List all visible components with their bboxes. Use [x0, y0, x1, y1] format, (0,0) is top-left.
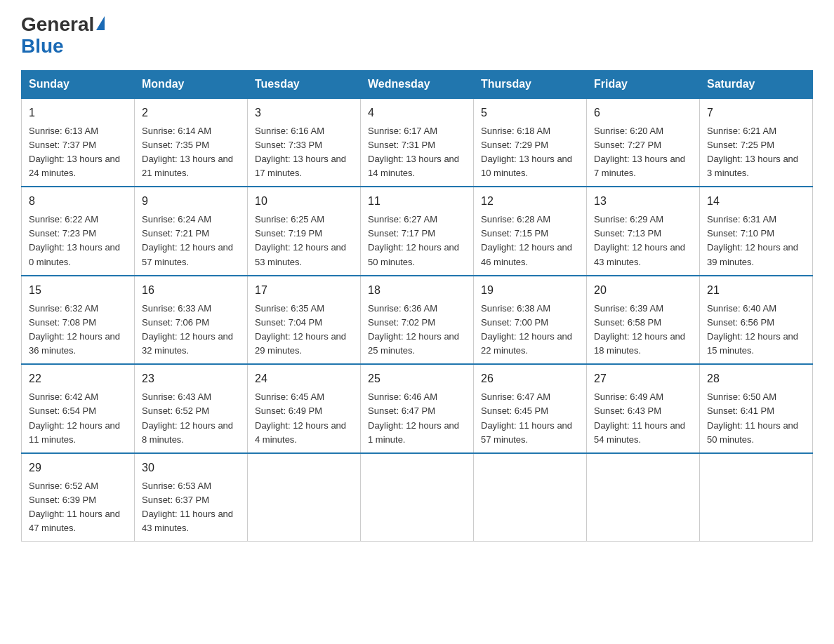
cell-week4-day3: 25Sunrise: 6:46 AMSunset: 6:47 PMDayligh… [361, 364, 474, 453]
day-number: 24 [255, 370, 353, 387]
logo-text-general: General [21, 14, 94, 36]
day-number: 2 [142, 105, 240, 121]
header-tuesday: Tuesday [248, 70, 361, 98]
day-number: 25 [368, 370, 466, 387]
week-row-5: 29Sunrise: 6:52 AMSunset: 6:39 PMDayligh… [22, 453, 813, 542]
day-info: Sunrise: 6:32 AMSunset: 7:08 PMDaylight:… [29, 303, 120, 356]
cell-week3-day1: 16Sunrise: 6:33 AMSunset: 7:06 PMDayligh… [135, 276, 248, 365]
cell-week3-day6: 21Sunrise: 6:40 AMSunset: 6:56 PMDayligh… [700, 276, 813, 365]
logo-triangle-icon [96, 16, 105, 30]
day-info: Sunrise: 6:13 AMSunset: 7:37 PMDaylight:… [29, 126, 120, 178]
day-info: Sunrise: 6:31 AMSunset: 7:10 PMDaylight:… [707, 214, 798, 267]
day-number: 16 [142, 282, 240, 299]
day-number: 3 [255, 105, 353, 121]
day-number: 12 [481, 193, 579, 210]
day-info: Sunrise: 6:47 AMSunset: 6:45 PMDaylight:… [481, 391, 572, 444]
cell-week2-day6: 14Sunrise: 6:31 AMSunset: 7:10 PMDayligh… [700, 187, 813, 276]
cell-week5-day6 [700, 453, 813, 542]
day-info: Sunrise: 6:20 AMSunset: 7:27 PMDaylight:… [594, 126, 685, 178]
day-number: 8 [29, 193, 127, 210]
cell-week1-day3: 4Sunrise: 6:17 AMSunset: 7:31 PMDaylight… [361, 98, 474, 187]
cell-week5-day5 [587, 453, 700, 542]
day-info: Sunrise: 6:14 AMSunset: 7:35 PMDaylight:… [142, 126, 233, 178]
page-header: General Blue [21, 14, 813, 58]
header-thursday: Thursday [474, 70, 587, 98]
day-number: 23 [142, 370, 240, 387]
day-info: Sunrise: 6:28 AMSunset: 7:15 PMDaylight:… [481, 214, 572, 267]
header-wednesday: Wednesday [361, 70, 474, 98]
day-info: Sunrise: 6:35 AMSunset: 7:04 PMDaylight:… [255, 303, 346, 356]
day-info: Sunrise: 6:38 AMSunset: 7:00 PMDaylight:… [481, 303, 572, 356]
header-monday: Monday [135, 70, 248, 98]
day-number: 11 [368, 193, 466, 210]
day-number: 15 [29, 282, 127, 299]
header-friday: Friday [587, 70, 700, 98]
day-number: 14 [707, 193, 805, 210]
cell-week1-day5: 6Sunrise: 6:20 AMSunset: 7:27 PMDaylight… [587, 98, 700, 187]
cell-week3-day4: 19Sunrise: 6:38 AMSunset: 7:00 PMDayligh… [474, 276, 587, 365]
header-saturday: Saturday [700, 70, 813, 98]
day-number: 6 [594, 105, 692, 121]
cell-week1-day6: 7Sunrise: 6:21 AMSunset: 7:25 PMDaylight… [700, 98, 813, 187]
cell-week2-day2: 10Sunrise: 6:25 AMSunset: 7:19 PMDayligh… [248, 187, 361, 276]
cell-week1-day2: 3Sunrise: 6:16 AMSunset: 7:33 PMDaylight… [248, 98, 361, 187]
cell-week4-day0: 22Sunrise: 6:42 AMSunset: 6:54 PMDayligh… [22, 364, 135, 453]
cell-week5-day2 [248, 453, 361, 542]
cell-week5-day1: 30Sunrise: 6:53 AMSunset: 6:37 PMDayligh… [135, 453, 248, 542]
day-number: 7 [707, 105, 805, 121]
day-info: Sunrise: 6:42 AMSunset: 6:54 PMDaylight:… [29, 391, 120, 444]
cell-week1-day0: 1Sunrise: 6:13 AMSunset: 7:37 PMDaylight… [22, 98, 135, 187]
day-number: 9 [142, 193, 240, 210]
calendar-table: SundayMondayTuesdayWednesdayThursdayFrid… [21, 70, 813, 542]
day-info: Sunrise: 6:36 AMSunset: 7:02 PMDaylight:… [368, 303, 459, 356]
day-number: 22 [29, 370, 127, 387]
cell-week2-day4: 12Sunrise: 6:28 AMSunset: 7:15 PMDayligh… [474, 187, 587, 276]
day-info: Sunrise: 6:53 AMSunset: 6:37 PMDaylight:… [142, 481, 233, 533]
day-number: 26 [481, 370, 579, 387]
day-info: Sunrise: 6:16 AMSunset: 7:33 PMDaylight:… [255, 126, 346, 178]
cell-week1-day1: 2Sunrise: 6:14 AMSunset: 7:35 PMDaylight… [135, 98, 248, 187]
cell-week4-day2: 24Sunrise: 6:45 AMSunset: 6:49 PMDayligh… [248, 364, 361, 453]
day-number: 20 [594, 282, 692, 299]
day-number: 19 [481, 282, 579, 299]
day-info: Sunrise: 6:52 AMSunset: 6:39 PMDaylight:… [29, 481, 120, 533]
day-number: 13 [594, 193, 692, 210]
day-info: Sunrise: 6:21 AMSunset: 7:25 PMDaylight:… [707, 126, 798, 178]
day-number: 18 [368, 282, 466, 299]
cell-week5-day4 [474, 453, 587, 542]
day-number: 30 [142, 459, 240, 476]
day-info: Sunrise: 6:24 AMSunset: 7:21 PMDaylight:… [142, 214, 233, 267]
cell-week4-day5: 27Sunrise: 6:49 AMSunset: 6:43 PMDayligh… [587, 364, 700, 453]
day-info: Sunrise: 6:50 AMSunset: 6:41 PMDaylight:… [707, 391, 798, 444]
day-info: Sunrise: 6:17 AMSunset: 7:31 PMDaylight:… [368, 126, 459, 178]
day-number: 4 [368, 105, 466, 121]
day-info: Sunrise: 6:49 AMSunset: 6:43 PMDaylight:… [594, 391, 685, 444]
day-number: 27 [594, 370, 692, 387]
week-row-1: 1Sunrise: 6:13 AMSunset: 7:37 PMDaylight… [22, 98, 813, 187]
day-info: Sunrise: 6:27 AMSunset: 7:17 PMDaylight:… [368, 214, 459, 267]
header-sunday: Sunday [22, 70, 135, 98]
cell-week4-day6: 28Sunrise: 6:50 AMSunset: 6:41 PMDayligh… [700, 364, 813, 453]
day-info: Sunrise: 6:22 AMSunset: 7:23 PMDaylight:… [29, 214, 120, 267]
day-number: 21 [707, 282, 805, 299]
day-number: 29 [29, 459, 127, 476]
day-number: 5 [481, 105, 579, 121]
day-info: Sunrise: 6:39 AMSunset: 6:58 PMDaylight:… [594, 303, 685, 356]
week-row-2: 8Sunrise: 6:22 AMSunset: 7:23 PMDaylight… [22, 187, 813, 276]
cell-week2-day5: 13Sunrise: 6:29 AMSunset: 7:13 PMDayligh… [587, 187, 700, 276]
week-row-4: 22Sunrise: 6:42 AMSunset: 6:54 PMDayligh… [22, 364, 813, 453]
cell-week5-day3 [361, 453, 474, 542]
cell-week2-day3: 11Sunrise: 6:27 AMSunset: 7:17 PMDayligh… [361, 187, 474, 276]
cell-week3-day0: 15Sunrise: 6:32 AMSunset: 7:08 PMDayligh… [22, 276, 135, 365]
cell-week4-day1: 23Sunrise: 6:43 AMSunset: 6:52 PMDayligh… [135, 364, 248, 453]
cell-week3-day2: 17Sunrise: 6:35 AMSunset: 7:04 PMDayligh… [248, 276, 361, 365]
weekday-header-row: SundayMondayTuesdayWednesdayThursdayFrid… [22, 70, 813, 98]
day-info: Sunrise: 6:25 AMSunset: 7:19 PMDaylight:… [255, 214, 346, 267]
day-info: Sunrise: 6:46 AMSunset: 6:47 PMDaylight:… [368, 391, 459, 444]
day-info: Sunrise: 6:29 AMSunset: 7:13 PMDaylight:… [594, 214, 685, 267]
day-info: Sunrise: 6:18 AMSunset: 7:29 PMDaylight:… [481, 126, 572, 178]
day-info: Sunrise: 6:40 AMSunset: 6:56 PMDaylight:… [707, 303, 798, 356]
day-number: 1 [29, 105, 127, 121]
logo: General Blue [21, 14, 105, 58]
logo-text-blue: Blue [21, 35, 64, 57]
